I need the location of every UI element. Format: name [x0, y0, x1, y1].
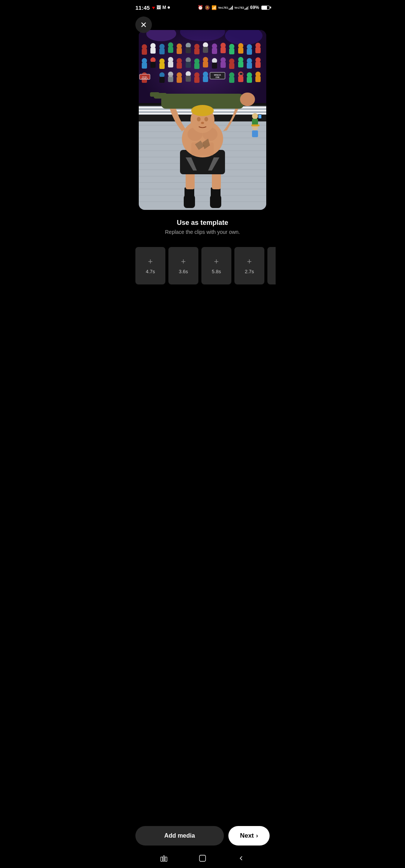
svg-rect-26 [220, 47, 226, 53]
svg-rect-24 [212, 48, 217, 54]
svg-rect-129 [150, 92, 159, 97]
svg-point-17 [186, 43, 191, 48]
svg-rect-10 [150, 48, 156, 54]
svg-point-43 [177, 58, 182, 63]
svg-rect-58 [238, 61, 243, 67]
svg-point-39 [159, 58, 165, 64]
status-bar: 11:45 ♥ 🖼 M ⏰ 🔕 📶 Vo LTE1 [129, 0, 276, 13]
svg-point-37 [150, 57, 156, 63]
svg-point-84 [229, 72, 234, 78]
battery-percentage: 69% [250, 5, 259, 10]
clip-slot-3[interactable]: + 2.7s [234, 247, 264, 284]
svg-point-75 [186, 71, 191, 76]
svg-point-135 [252, 113, 258, 119]
status-time: 11:45 [135, 4, 150, 11]
svg-point-79 [203, 72, 208, 77]
svg-point-35 [142, 58, 147, 63]
svg-rect-34 [255, 47, 261, 53]
svg-rect-46 [186, 62, 191, 68]
svg-point-59 [247, 58, 252, 63]
svg-point-15 [177, 43, 182, 49]
svg-rect-69 [159, 77, 165, 83]
svg-rect-90 [247, 77, 252, 83]
svg-point-53 [220, 57, 226, 63]
svg-rect-76 [186, 76, 191, 82]
clip-slot-2[interactable]: + 5.8s [201, 247, 231, 284]
svg-rect-116 [210, 195, 221, 208]
svg-rect-74 [177, 77, 182, 83]
svg-point-25 [220, 43, 226, 48]
gmail-icon: M [162, 5, 166, 10]
svg-rect-22 [203, 47, 208, 53]
notification-dot [168, 6, 170, 9]
svg-rect-52 [212, 63, 217, 69]
status-icons-left: ♥ 🖼 M [152, 5, 170, 10]
svg-rect-42 [168, 61, 173, 67]
mute-icon: 🔕 [205, 5, 210, 10]
svg-point-11 [159, 44, 165, 49]
svg-point-57 [238, 57, 243, 62]
svg-rect-28 [229, 48, 234, 54]
svg-text:ONE: ONE [216, 76, 220, 78]
svg-rect-60 [247, 63, 252, 69]
svg-point-55 [229, 58, 234, 64]
svg-rect-85 [229, 77, 234, 83]
svg-rect-36 [142, 63, 147, 69]
svg-point-27 [229, 44, 234, 49]
svg-point-19 [194, 44, 200, 49]
clip-slot-1[interactable]: + 3.6s [168, 247, 198, 284]
svg-rect-40 [159, 63, 165, 69]
svg-rect-72 [169, 75, 172, 77]
svg-point-131 [191, 105, 214, 116]
svg-point-13 [168, 42, 173, 48]
svg-point-77 [194, 72, 200, 78]
svg-rect-38 [150, 62, 156, 68]
svg-rect-50 [203, 61, 208, 67]
svg-point-47 [194, 58, 200, 64]
svg-point-133 [204, 117, 208, 121]
svg-rect-32 [247, 49, 252, 55]
svg-point-7 [142, 44, 147, 49]
status-right: ⏰ 🔕 📶 Vo LTE1 Vo LTE2 [198, 5, 270, 10]
svg-point-31 [247, 44, 252, 49]
svg-point-132 [197, 117, 201, 121]
svg-rect-115 [184, 195, 195, 208]
svg-point-33 [255, 43, 261, 48]
svg-rect-8 [142, 49, 147, 55]
svg-rect-30 [238, 48, 243, 54]
svg-point-68 [159, 72, 165, 78]
svg-rect-54 [220, 62, 226, 68]
svg-point-61 [255, 57, 261, 63]
svg-point-23 [212, 43, 217, 49]
svg-point-9 [150, 43, 156, 48]
svg-rect-62 [255, 62, 261, 68]
template-title: Use as template [135, 219, 270, 227]
svg-rect-78 [194, 77, 200, 83]
svg-point-89 [247, 72, 252, 78]
clip-plus-icon: + [148, 257, 153, 266]
video-preview: ROYAL RUMBLE WRECK ONE [139, 30, 266, 210]
svg-text:RUMBLE: RUMBLE [141, 78, 148, 79]
alarm-icon: ⏰ [198, 5, 203, 10]
svg-point-41 [168, 57, 173, 62]
svg-rect-88 [240, 73, 243, 75]
svg-rect-56 [229, 63, 234, 69]
clip-plus-icon: + [247, 257, 252, 266]
svg-point-51 [212, 58, 217, 63]
svg-rect-48 [194, 63, 200, 69]
clip-duration: 3.6s [179, 269, 188, 274]
clips-row: + 4.7s + 3.6s + 5.8s + 2.7s + 1.7s + 2.1… [129, 241, 276, 290]
close-button[interactable] [135, 16, 152, 33]
svg-point-21 [203, 42, 208, 48]
clip-slot-0[interactable]: + 4.7s [135, 247, 165, 284]
svg-point-127 [240, 93, 255, 106]
wifi-icon: 📶 [212, 5, 217, 10]
clip-duration: 5.8s [212, 269, 221, 274]
clip-plus-icon: + [214, 257, 219, 266]
svg-point-91 [255, 72, 261, 77]
svg-rect-12 [159, 48, 165, 54]
svg-rect-87 [238, 76, 243, 82]
svg-point-29 [238, 43, 243, 48]
clip-slot-4[interactable]: + 1.7s [267, 247, 276, 284]
template-section: Use as template Replace the clips with y… [129, 210, 276, 241]
